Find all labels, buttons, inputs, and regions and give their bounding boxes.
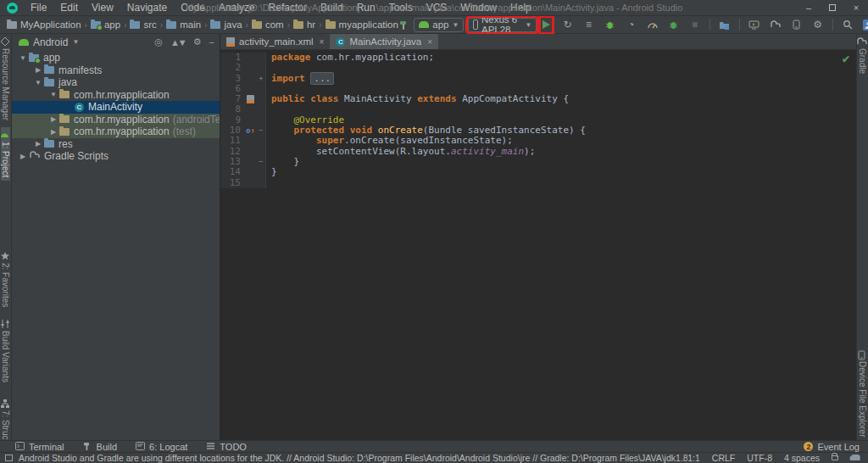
token: AppCompatActivity { — [462, 93, 569, 104]
tree-chevron-right-icon[interactable]: ▶ — [19, 153, 27, 160]
project-structure-folder-icon[interactable] — [716, 18, 733, 32]
tree-chevron-down-icon[interactable]: ▼ — [19, 54, 27, 62]
caret-position[interactable]: 1:1 — [687, 453, 700, 463]
token: import — [271, 73, 310, 84]
sliders-icon — [2, 320, 10, 328]
toolwindow-button-build[interactable]: Build — [83, 442, 117, 452]
tree-chevron-right-icon[interactable]: ▶ — [49, 115, 58, 123]
profiler-gauge-icon[interactable] — [644, 18, 661, 32]
tree-item-app[interactable]: ▼app — [12, 52, 220, 64]
sidebar-item-device-file-explorer[interactable]: Device File Explorer — [858, 347, 867, 440]
menu-edit[interactable]: Edit — [54, 1, 84, 14]
encoding-indicator[interactable]: UTF-8 — [747, 453, 772, 463]
sidebar-item-7-structure[interactable]: 7: Structure — [1, 396, 10, 440]
tree-item-com-hr-myapplication[interactable]: ▶com.hr.myapplication(test) — [12, 126, 220, 138]
breadcrumb-item-main[interactable]: main — [166, 20, 201, 30]
tree-item-res[interactable]: ▶res — [12, 138, 220, 151]
fold-slot — [257, 53, 266, 63]
toolwindow-button-6-logcat[interactable]: 6: Logcat — [136, 442, 187, 452]
gear-icon[interactable]: ⚙ — [193, 36, 202, 47]
sidebar-item-1-project[interactable]: 1: Project — [1, 127, 10, 181]
breadcrumb-label: myapplication — [339, 20, 398, 30]
fold-marker[interactable]: − — [257, 157, 266, 167]
close-icon[interactable]: × — [320, 37, 325, 47]
build-hammer-icon[interactable] — [398, 18, 409, 32]
sidebar-item-resource-manager[interactable]: Resource Manager — [1, 34, 10, 124]
project-view-selector[interactable]: Android — [33, 36, 68, 48]
sidebar-item-2-favorites[interactable]: 2: Favorites — [1, 248, 10, 310]
attach-debugger-icon[interactable] — [665, 18, 682, 32]
breadcrumb-item-MyApplication[interactable]: MyApplication — [7, 20, 81, 30]
debug-bug-icon[interactable] — [602, 18, 619, 32]
run-button[interactable] — [541, 18, 551, 32]
maximize-button[interactable] — [821, 0, 844, 15]
toolwindow-button-todo[interactable]: TODO — [206, 442, 247, 452]
tree-item-gradle-scripts[interactable]: ▶Gradle Scripts — [12, 150, 220, 163]
layout-file-icon[interactable] — [244, 94, 257, 104]
toolwindow-button-terminal[interactable]: Terminal — [15, 442, 64, 452]
menu-file[interactable]: File — [25, 1, 53, 14]
close-icon[interactable]: × — [427, 37, 432, 47]
menu-navigate[interactable]: Navigate — [121, 1, 173, 14]
status-message[interactable]: Android Studio and Gradle are using diff… — [19, 453, 687, 463]
tree-chevron-right-icon[interactable]: ▶ — [34, 140, 42, 148]
event-log-button[interactable]: 2Event Log — [804, 442, 860, 452]
avd-manager-icon[interactable] — [746, 18, 763, 32]
breadcrumb-item-myapplication[interactable]: myapplication — [326, 20, 398, 30]
run-configuration-select[interactable]: app ▼ — [414, 18, 464, 32]
tree-chevron-right-icon[interactable]: ▶ — [34, 66, 42, 74]
sdk-manager-icon[interactable] — [788, 18, 805, 32]
tree-item-mainactivity[interactable]: CMainActivity — [12, 101, 220, 114]
coverage-icon[interactable]: ◔ — [623, 18, 640, 32]
class-icon: C — [336, 37, 345, 47]
chevron-down-icon: ▼ — [526, 21, 532, 29]
breadcrumb-item-com[interactable]: com — [252, 20, 284, 30]
tree-chevron-right-icon[interactable]: ▶ — [49, 128, 58, 136]
breadcrumb-item-app[interactable]: app — [91, 20, 120, 30]
device-select[interactable]: Nexus 6 API 28 ▼ — [468, 18, 537, 32]
sidebar-item-build-variants[interactable]: Build Variants — [1, 316, 10, 386]
fold-marker[interactable]: + — [257, 74, 266, 84]
hide-panel-icon[interactable]: − — [209, 37, 214, 47]
breadcrumb-item-hr[interactable]: hr — [293, 20, 315, 30]
breadcrumb-item-src[interactable]: src — [130, 20, 156, 30]
token: setContentView(R.layout. — [271, 146, 451, 157]
line-number: 11 — [220, 136, 244, 146]
token: super — [316, 135, 344, 146]
breadcrumb-label: main — [180, 20, 201, 30]
package-folder-icon — [59, 91, 70, 98]
close-button[interactable]: × — [844, 0, 868, 15]
gradle-sync-icon[interactable] — [767, 18, 784, 32]
toolwindow-label: TODO — [220, 442, 247, 452]
stop-icon[interactable]: ■ — [687, 18, 704, 32]
tree-chevron-down-icon[interactable]: ▼ — [34, 79, 42, 86]
code-editor[interactable]: ✔ 1package com.hr.myapplication;23+impor… — [220, 50, 856, 440]
sidebar-item-gradle[interactable]: Gradle — [858, 34, 867, 77]
fold-marker[interactable]: − — [257, 126, 266, 136]
menu-view[interactable]: View — [86, 1, 120, 14]
project-panel: Android ▼ ◎ ▲▼ ⚙ − ▼app▶manifests▼java▼c… — [12, 34, 220, 440]
breadcrumb-item-java[interactable]: java — [210, 20, 242, 30]
tree-item-java[interactable]: ▼java — [12, 76, 220, 89]
locate-file-icon[interactable]: ◎ — [154, 36, 163, 47]
tree-label: res — [58, 138, 73, 150]
minimize-button[interactable]: – — [797, 0, 821, 15]
gear-download-icon[interactable]: ⚙ — [810, 18, 826, 32]
tree-chevron-down-icon[interactable]: ▼ — [49, 91, 58, 98]
search-everywhere-icon[interactable] — [839, 18, 856, 32]
tab-activity-main-xml[interactable]: activity_main.xml× — [220, 34, 330, 49]
tree-item-com-hr-myapplication[interactable]: ▶com.hr.myapplication(androidTest) — [12, 114, 220, 126]
lock-icon[interactable] — [832, 455, 838, 460]
tab-mainactivity-java[interactable]: CMainActivity.java× — [330, 34, 438, 49]
inspection-ok-icon[interactable]: ✔ — [842, 53, 850, 65]
apply-changes-icon[interactable]: ↻ — [559, 18, 576, 32]
line-ending-indicator[interactable]: CRLF — [712, 453, 735, 463]
logcat-icon — [136, 442, 145, 452]
collapse-all-icon[interactable]: ▲▼ — [170, 37, 186, 47]
tree-item-manifests[interactable]: ▶manifests — [12, 64, 220, 77]
indent-indicator[interactable]: 4 spaces — [784, 453, 820, 463]
profile-avatar-icon[interactable] — [860, 18, 868, 32]
override-icon[interactable]: o↑ — [244, 126, 257, 136]
apply-code-changes-icon[interactable]: ≡ — [581, 18, 598, 32]
tree-item-com-hr-myapplication[interactable]: ▼com.hr.myapplication — [12, 89, 220, 102]
